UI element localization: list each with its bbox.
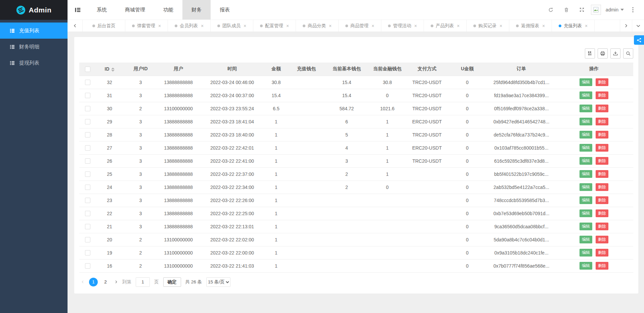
sidebar-item[interactable]: 财务明细 xyxy=(0,39,68,55)
row-checkbox[interactable] xyxy=(85,224,90,229)
row-checkbox[interactable] xyxy=(85,132,90,138)
delete-button[interactable]: 删除 xyxy=(596,78,608,86)
tab-item[interactable]: 管理活动× xyxy=(381,20,424,32)
select-all-checkbox[interactable] xyxy=(85,67,90,72)
tab-close-icon[interactable]: × xyxy=(457,23,460,29)
edit-button[interactable]: 编辑 xyxy=(579,209,592,217)
delete-button[interactable]: 删除 xyxy=(596,170,608,178)
page-number-button[interactable]: 1 xyxy=(89,278,98,286)
row-checkbox[interactable] xyxy=(85,185,90,190)
prev-page-icon[interactable] xyxy=(81,280,85,284)
export-button[interactable] xyxy=(610,48,620,58)
delete-button[interactable]: 删除 xyxy=(596,196,608,204)
edit-button[interactable]: 编辑 xyxy=(579,144,592,152)
topnav-item[interactable]: 商城管理 xyxy=(116,0,154,19)
topnav-item[interactable]: 功能 xyxy=(154,0,182,19)
edit-button[interactable]: 编辑 xyxy=(579,223,592,230)
edit-button[interactable]: 编辑 xyxy=(579,78,592,86)
edit-button[interactable]: 编辑 xyxy=(579,196,592,204)
edit-button[interactable]: 编辑 xyxy=(579,183,592,191)
edit-button[interactable]: 编辑 xyxy=(579,236,592,243)
page-number-button[interactable]: 2 xyxy=(101,278,110,286)
tab-close-icon[interactable]: × xyxy=(286,23,289,29)
delete-button[interactable]: 删除 xyxy=(596,262,608,270)
page-number-input[interactable] xyxy=(136,277,150,287)
print-button[interactable] xyxy=(598,48,608,58)
sidebar-collapse-icon[interactable] xyxy=(68,0,88,19)
edit-button[interactable]: 编辑 xyxy=(579,131,592,139)
edit-button[interactable]: 编辑 xyxy=(579,170,592,178)
delete-button[interactable]: 删除 xyxy=(596,105,608,112)
filter-columns-button[interactable] xyxy=(585,48,595,58)
tab-item[interactable]: 会员列表× xyxy=(168,20,211,32)
delete-button[interactable]: 删除 xyxy=(596,91,608,99)
row-checkbox[interactable] xyxy=(85,158,90,164)
row-checkbox[interactable] xyxy=(85,106,90,111)
tab-close-icon[interactable]: × xyxy=(414,23,417,29)
tab-close-icon[interactable]: × xyxy=(244,23,246,29)
tab-close-icon[interactable]: × xyxy=(329,23,332,29)
tabs-menu-icon[interactable] xyxy=(632,20,644,32)
page-size-select[interactable]: 15 条/页 xyxy=(206,277,230,287)
tab-item[interactable]: 后台首页 xyxy=(83,20,125,32)
edit-button[interactable]: 编辑 xyxy=(579,249,592,257)
user-menu[interactable]: admin xyxy=(606,7,624,12)
tab-item[interactable]: 商品分类× xyxy=(296,20,339,32)
tab-close-icon[interactable]: × xyxy=(201,23,204,29)
row-checkbox[interactable] xyxy=(85,250,90,256)
tab-item[interactable]: 弹窗管理× xyxy=(125,20,168,32)
tab-item[interactable]: 团队成员× xyxy=(211,20,253,32)
topnav-item[interactable]: 系统 xyxy=(88,0,116,19)
delete-button[interactable]: 删除 xyxy=(596,118,608,125)
edit-button[interactable]: 编辑 xyxy=(579,118,592,125)
tab-close-icon[interactable]: × xyxy=(372,23,374,29)
row-checkbox[interactable] xyxy=(85,80,90,85)
sort-icon[interactable] xyxy=(111,68,115,72)
delete-button[interactable]: 删除 xyxy=(596,157,608,165)
tab-item[interactable]: 充值列表× xyxy=(552,20,595,32)
confirm-page-button[interactable]: 确定 xyxy=(163,277,181,287)
header-id[interactable]: ID xyxy=(96,63,123,76)
topnav-item[interactable]: 报表 xyxy=(211,0,239,19)
row-checkbox[interactable] xyxy=(85,263,90,269)
delete-button[interactable]: 删除 xyxy=(596,223,608,230)
tab-item[interactable]: 返佣报表× xyxy=(509,20,552,32)
fullscreen-icon[interactable] xyxy=(575,3,588,16)
row-checkbox[interactable] xyxy=(85,211,90,216)
tab-item[interactable]: 配置管理× xyxy=(253,20,296,32)
user-avatar[interactable] xyxy=(591,5,601,15)
refresh-icon[interactable] xyxy=(545,3,557,16)
row-checkbox[interactable] xyxy=(85,171,90,177)
edit-button[interactable]: 编辑 xyxy=(579,91,592,99)
delete-button[interactable]: 删除 xyxy=(596,249,608,257)
delete-button[interactable]: 删除 xyxy=(596,209,608,217)
tab-item[interactable]: 商品管理× xyxy=(339,20,381,32)
tabs-scroll-right-icon[interactable] xyxy=(620,20,632,32)
delete-button[interactable]: 删除 xyxy=(596,144,608,152)
topnav-item[interactable]: 财务 xyxy=(182,0,211,19)
search-button[interactable] xyxy=(623,48,633,58)
delete-button[interactable]: 删除 xyxy=(596,131,608,139)
row-checkbox[interactable] xyxy=(85,237,90,242)
edit-button[interactable]: 编辑 xyxy=(579,262,592,270)
edit-button[interactable]: 编辑 xyxy=(579,105,592,112)
delete-button[interactable]: 删除 xyxy=(596,183,608,191)
row-checkbox[interactable] xyxy=(85,119,90,124)
next-page-icon[interactable] xyxy=(114,280,118,284)
tab-close-icon[interactable]: × xyxy=(542,23,545,29)
tab-item[interactable]: 购买记录× xyxy=(467,20,509,32)
tab-item[interactable]: 产品列表× xyxy=(424,20,467,32)
row-checkbox[interactable] xyxy=(85,145,90,151)
tabs-scroll-left-icon[interactable] xyxy=(68,20,83,32)
trash-icon[interactable] xyxy=(560,3,573,16)
sidebar-item[interactable]: 提现列表 xyxy=(0,55,68,71)
tab-close-icon[interactable]: × xyxy=(585,23,588,29)
tab-close-icon[interactable]: × xyxy=(500,23,502,29)
more-vertical-icon[interactable] xyxy=(627,3,639,16)
row-checkbox[interactable] xyxy=(85,198,90,203)
share-fab-button[interactable] xyxy=(634,35,644,45)
edit-button[interactable]: 编辑 xyxy=(579,157,592,165)
row-checkbox[interactable] xyxy=(85,93,90,98)
delete-button[interactable]: 删除 xyxy=(596,236,608,243)
tab-close-icon[interactable]: × xyxy=(158,23,161,29)
